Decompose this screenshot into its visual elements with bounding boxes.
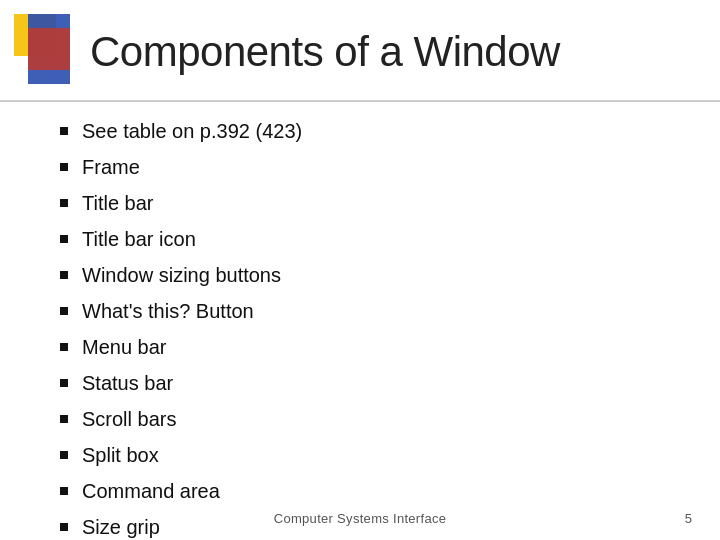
bullet-item: Scroll bars — [60, 406, 660, 432]
bullet-dot — [60, 163, 68, 171]
bullet-text: Title bar icon — [82, 226, 196, 252]
slide: Components of a Window See table on p.39… — [0, 0, 720, 540]
slide-title: Components of a Window — [90, 28, 560, 76]
bullet-dot — [60, 307, 68, 315]
bullet-item: Window sizing buttons — [60, 262, 660, 288]
bullet-text: Title bar — [82, 190, 154, 216]
title-rule — [0, 100, 720, 102]
content-area: See table on p.392 (423)FrameTitle barTi… — [60, 118, 660, 490]
bullet-item: Command area — [60, 478, 660, 504]
bullet-text: Split box — [82, 442, 159, 468]
bullet-text: Window sizing buttons — [82, 262, 281, 288]
bullet-dot — [60, 451, 68, 459]
bullet-text: Status bar — [82, 370, 173, 396]
footer: Computer Systems Interface — [0, 511, 720, 526]
bullet-dot — [60, 415, 68, 423]
bullet-item: Menu bar — [60, 334, 660, 360]
deco-red — [28, 28, 70, 70]
footer-text: Computer Systems Interface — [274, 511, 447, 526]
bullet-item: Frame — [60, 154, 660, 180]
bullet-text: Command area — [82, 478, 220, 504]
bullet-text: Menu bar — [82, 334, 167, 360]
bullet-item: Title bar — [60, 190, 660, 216]
bullet-item: Split box — [60, 442, 660, 468]
bullet-text: Scroll bars — [82, 406, 176, 432]
bullet-dot — [60, 379, 68, 387]
bullet-dot — [60, 343, 68, 351]
bullet-text: Frame — [82, 154, 140, 180]
bullet-item: Title bar icon — [60, 226, 660, 252]
bullet-text: What's this? Button — [82, 298, 254, 324]
footer-page: 5 — [685, 511, 692, 526]
bullet-dot — [60, 235, 68, 243]
bullet-dot — [60, 199, 68, 207]
bullet-item: What's this? Button — [60, 298, 660, 324]
bullet-item: Status bar — [60, 370, 660, 396]
bullet-dot — [60, 127, 68, 135]
bullet-dot — [60, 487, 68, 495]
bullet-dot — [60, 271, 68, 279]
bullet-text: See table on p.392 (423) — [82, 118, 302, 144]
decorative-blocks — [0, 0, 90, 100]
bullet-list: See table on p.392 (423)FrameTitle barTi… — [60, 118, 660, 540]
bullet-item: See table on p.392 (423) — [60, 118, 660, 144]
